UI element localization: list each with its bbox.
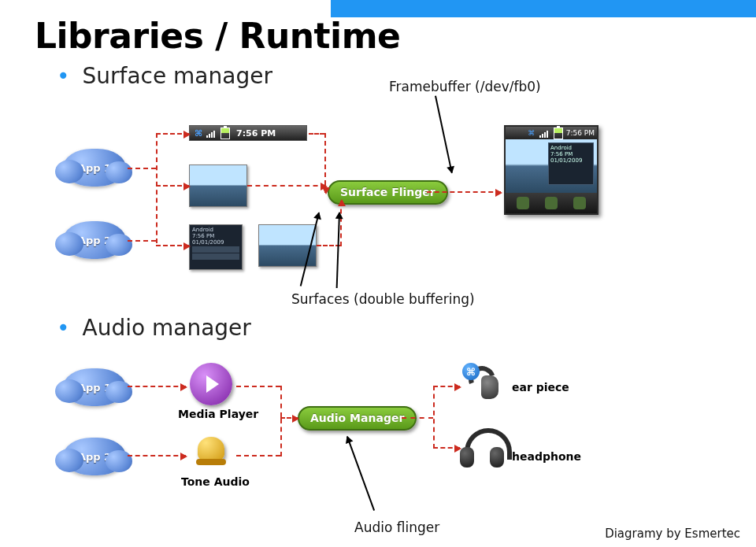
phone-output: ⌘ 7:56 PM Android 7:56 PM 01/01/2009 — [504, 125, 598, 215]
cloud-app2: App 2 — [63, 221, 126, 259]
conn — [280, 417, 298, 419]
bluetooth-icon: ⌘ — [193, 128, 204, 139]
tone-audio-icon — [189, 430, 233, 474]
headphone-icon — [460, 425, 504, 469]
bullet-audio-manager: Audio manager — [57, 315, 251, 341]
phone-widget-l3: 01/01/2009 — [550, 157, 591, 164]
statusbar-thumb: ⌘ 7:56 PM — [189, 125, 307, 141]
signal-icon — [539, 128, 550, 139]
widget-line1: Android — [192, 227, 239, 233]
conn — [236, 455, 280, 456]
ear-piece-icon: ⌘ — [461, 362, 506, 406]
conn — [433, 386, 435, 449]
surface-diagram: App 1 App 2 ⌘ 7:56 PM Android 7:56 PM 01… — [87, 122, 669, 279]
tone-audio-label: Tone Audio — [181, 475, 250, 488]
phone-widget-l2: 7:56 PM — [550, 151, 591, 157]
slide-credit: Diagramy by Esmertec — [605, 527, 740, 541]
media-player-label: Media Player — [178, 408, 258, 420]
phone-wallpaper: Android 7:56 PM 01/01/2009 — [506, 139, 597, 193]
audio-diagram: App 1 App 2 Media Player Tone Audio Audi… — [87, 362, 669, 512]
conn — [128, 455, 186, 456]
media-player-icon — [189, 362, 233, 406]
conn — [156, 133, 189, 135]
phone-widget-l1: Android — [550, 145, 591, 151]
statusbar-time: 7:56 PM — [236, 128, 276, 139]
slide-title: Libraries / Runtime — [35, 16, 400, 56]
annotation-framebuffer: Framebuffer (/dev/fb0) — [389, 79, 541, 94]
slide: Libraries / Runtime Surface manager Fram… — [0, 0, 756, 547]
conn — [309, 133, 324, 135]
audio-manager-node: Audio Manager — [298, 406, 417, 431]
dock-icon — [573, 197, 586, 209]
conn — [427, 191, 501, 193]
phone-widget: Android 7:56 PM 01/01/2009 — [548, 142, 594, 185]
conn — [340, 201, 342, 246]
conn — [247, 185, 326, 187]
conn — [128, 240, 156, 242]
widget-line2: 7:56 PM — [192, 233, 239, 239]
conn — [280, 386, 282, 417]
conn — [402, 417, 433, 419]
battery-icon — [553, 128, 564, 139]
phone-status-time: 7:56 PM — [566, 129, 595, 137]
annotation-surfaces-dbl: Surfaces (double buffering) — [291, 291, 475, 307]
cloud-app1: App 1 — [63, 149, 126, 187]
bell-icon — [191, 432, 231, 471]
phone-statusbar: ⌘ 7:56 PM — [506, 127, 597, 139]
conn — [128, 386, 186, 387]
audio-cloud-app1: App 1 — [63, 368, 126, 406]
conn — [156, 185, 189, 187]
annotation-audio-flinger: Audio flinger — [354, 519, 439, 535]
widget-thumb: Android 7:56 PM 01/01/2009 — [189, 224, 243, 270]
battery-icon — [220, 128, 231, 139]
widget-line3: 01/01/2009 — [192, 239, 239, 246]
earpiece-icon: ⌘ — [464, 364, 503, 404]
wallpaper-thumb — [189, 164, 247, 207]
headphone-label: headphone — [512, 450, 581, 463]
conn — [433, 447, 460, 449]
audio-cloud-app2: App 2 — [63, 438, 126, 475]
conn — [128, 168, 156, 169]
wallpaper-thumb-2 — [258, 224, 317, 267]
phone-dock — [506, 193, 597, 213]
dock-icon — [545, 197, 558, 209]
conn — [280, 419, 282, 456]
bluetooth-icon: ⌘ — [462, 363, 480, 380]
conn — [156, 133, 158, 243]
dock-icon — [517, 197, 529, 209]
bullet-surface-manager: Surface manager — [57, 63, 272, 89]
conn — [236, 386, 280, 387]
signal-icon — [206, 128, 217, 139]
conn — [433, 386, 460, 387]
conn — [156, 245, 189, 246]
ear-piece-label: ear piece — [512, 381, 569, 394]
play-icon — [190, 363, 232, 405]
bluetooth-icon: ⌘ — [526, 128, 537, 139]
headphones-icon — [460, 427, 504, 468]
